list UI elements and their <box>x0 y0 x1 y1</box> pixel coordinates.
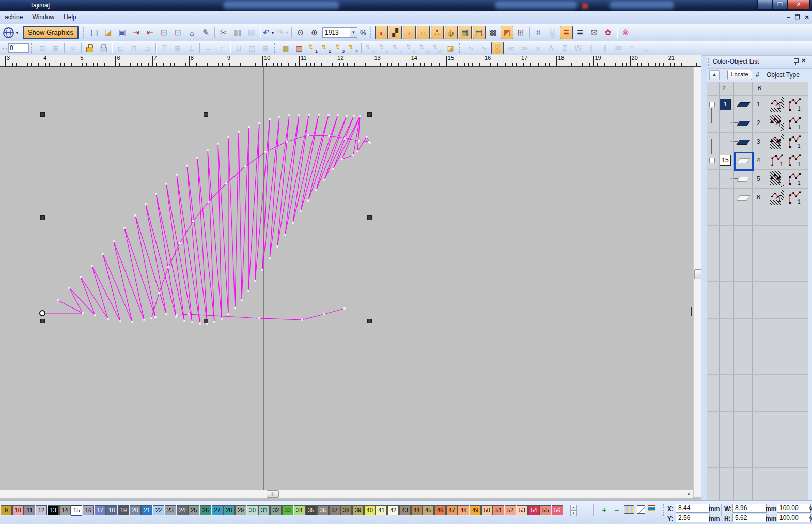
palette-swatch-52[interactable]: 52 <box>505 505 516 515</box>
language-globe-button[interactable]: ▼ <box>3 27 19 38</box>
scale-h-field[interactable]: 100.00 <box>777 514 811 522</box>
panel-splitter[interactable] <box>701 56 707 524</box>
panel-close-icon[interactable]: ✕ <box>801 57 806 64</box>
view-outline-toggle[interactable]: ◖ <box>403 26 416 39</box>
selection-handle[interactable] <box>367 215 372 220</box>
quick-tool-4[interactable]: ↯4 <box>347 42 359 54</box>
thread-swatch-icon[interactable] <box>736 195 750 201</box>
view-grid-ruler-toggle[interactable]: ▤ <box>473 26 486 39</box>
sequence-view-button[interactable]: ▤ <box>279 42 292 54</box>
palette-swatch-13[interactable]: 13 <box>48 505 59 515</box>
machine-view-button[interactable]: ⌗ <box>532 26 545 39</box>
palette-swatch-26[interactable]: 26 <box>200 505 211 515</box>
mdi-restore-button[interactable]: ❐ <box>793 13 802 22</box>
palette-swatch-19[interactable]: 19 <box>118 505 129 515</box>
quick-tool-3[interactable]: ↯3 <box>333 42 346 54</box>
machine-button[interactable]: ⌂ <box>185 26 198 39</box>
fill-object-icon[interactable]: 1 <box>770 133 785 151</box>
palette-swatch-51[interactable]: 51 <box>493 505 504 515</box>
unlock-button[interactable] <box>97 42 110 54</box>
selection-handle[interactable] <box>40 112 45 117</box>
palette-swatch-45[interactable]: 45 <box>423 505 434 515</box>
view-needle-toggle[interactable]: ψ <box>445 26 458 39</box>
restore-button[interactable]: ❐ <box>773 0 787 10</box>
zoom-level-combo[interactable]: 1913▼ <box>322 27 357 38</box>
locate-button[interactable]: Locate <box>727 70 752 80</box>
view-stitches-toggle[interactable]: ◗ <box>375 26 388 39</box>
pin-icon[interactable] <box>792 58 800 65</box>
scroll-left-arrow[interactable]: ◂ <box>687 491 690 496</box>
run-object-icon[interactable]: 1 <box>787 189 802 207</box>
palette-swatch-38[interactable]: 38 <box>340 505 352 515</box>
thread-chart-button[interactable] <box>648 505 655 513</box>
thread-swatch-icon[interactable] <box>736 177 750 182</box>
palette-swatch-25[interactable]: 25 <box>188 505 199 515</box>
copy-button[interactable]: ▥ <box>231 26 244 39</box>
new-file-button[interactable]: ▢ <box>88 26 101 39</box>
palette-swatch-49[interactable]: 49 <box>470 505 481 515</box>
run-object-icon[interactable]: 1 <box>787 133 802 151</box>
palette-swatch-50[interactable]: 50 <box>481 505 493 515</box>
selection-handle[interactable] <box>367 112 372 117</box>
view-points-toggle[interactable]: ∴ <box>431 26 444 39</box>
undo-button[interactable]: ↶▼ <box>262 26 275 39</box>
collapse-all-button[interactable]: ▲ <box>709 70 720 80</box>
palette-swatch-56[interactable]: 56 <box>552 505 563 515</box>
color-object-list-toggle[interactable]: ≣ <box>560 26 573 39</box>
palette-swatch-11[interactable]: 11 <box>24 505 35 515</box>
panel-drag-grip[interactable] <box>708 58 709 66</box>
run-object-icon[interactable]: 1 <box>787 115 802 133</box>
palette-swatch-41[interactable]: 41 <box>376 505 387 515</box>
mdi-minimize-button[interactable]: – <box>784 13 792 22</box>
palette-swatch-17[interactable]: 17 <box>95 505 106 515</box>
import-button[interactable]: ⇥ <box>130 26 143 39</box>
view-image-toggle[interactable]: ▩ <box>487 26 499 39</box>
palette-swatch-37[interactable]: 37 <box>329 505 340 515</box>
quick-tool-2[interactable]: ↯2 <box>320 42 332 54</box>
palette-swatch-14[interactable]: 14 <box>59 505 71 515</box>
fill-object-icon[interactable]: 1 <box>770 115 785 133</box>
palette-swatch-46[interactable]: 46 <box>434 505 446 515</box>
horizontal-scrollbar[interactable] <box>0 490 693 498</box>
palette-swatch-35[interactable]: 35 <box>305 505 317 515</box>
palette-swatch-28[interactable]: 28 <box>223 505 235 515</box>
object-row[interactable]: 611 <box>707 188 808 207</box>
palette-swatch-10[interactable]: 10 <box>12 505 24 515</box>
w-value-field[interactable]: 8.96 <box>732 504 767 513</box>
horizontal-scrollbar-grip[interactable]: ||| <box>267 490 279 498</box>
palette-swatch-21[interactable]: 21 <box>141 505 152 515</box>
run-object-icon[interactable]: 1 <box>787 171 802 189</box>
panel-titlebar[interactable]: Color-Object List ✕ <box>707 56 812 69</box>
object-row[interactable]: 511 <box>707 169 808 188</box>
sequence-edit-button[interactable]: ▥ <box>293 42 305 54</box>
no-color-button[interactable] <box>637 505 645 514</box>
palette-swatch-33[interactable]: 33 <box>282 505 293 515</box>
fill-object-icon[interactable]: 1 <box>770 96 785 114</box>
save-button[interactable]: ▣ <box>116 26 129 39</box>
selection-handle[interactable] <box>204 112 208 117</box>
palette-swatch-23[interactable]: 23 <box>165 505 176 515</box>
view-tree-toggle[interactable]: ⊞ <box>514 26 527 39</box>
palette-swatch-18[interactable]: 18 <box>106 505 117 515</box>
y-value-field[interactable]: 2.56 <box>676 514 710 522</box>
palette-swatch-53[interactable]: 53 <box>517 505 528 515</box>
menu-item-window[interactable]: Window <box>27 11 59 23</box>
palette-swatch-20[interactable]: 20 <box>130 505 141 515</box>
run-object-icon[interactable]: 1 <box>787 96 802 114</box>
export-button[interactable]: ⇤ <box>144 26 157 39</box>
palette-swatch-12[interactable]: 12 <box>36 505 47 515</box>
fill-object-icon[interactable]: 1 <box>770 171 785 189</box>
scale-w-field[interactable]: 100.00 <box>777 504 811 513</box>
open-file-button[interactable]: ◪ <box>102 26 115 39</box>
stitch-fill-pattern-toggle[interactable]: ░ <box>491 42 504 54</box>
palette-swatch-31[interactable]: 31 <box>258 505 270 515</box>
quick-tool-1[interactable]: ↯1 <box>306 42 319 54</box>
view-grid-toggle[interactable]: ▦ <box>459 26 472 39</box>
object-row[interactable]: 1111 <box>707 95 808 114</box>
color-number-box[interactable]: 15 <box>720 155 731 166</box>
menu-item-help[interactable]: Help <box>59 11 81 23</box>
close-button[interactable]: ✕ <box>787 0 810 10</box>
fill-object-icon[interactable]: 1 <box>770 189 785 207</box>
vertical-scrollbar[interactable] <box>693 67 702 497</box>
spinner-up-icon[interactable]: ▲ <box>570 505 577 511</box>
